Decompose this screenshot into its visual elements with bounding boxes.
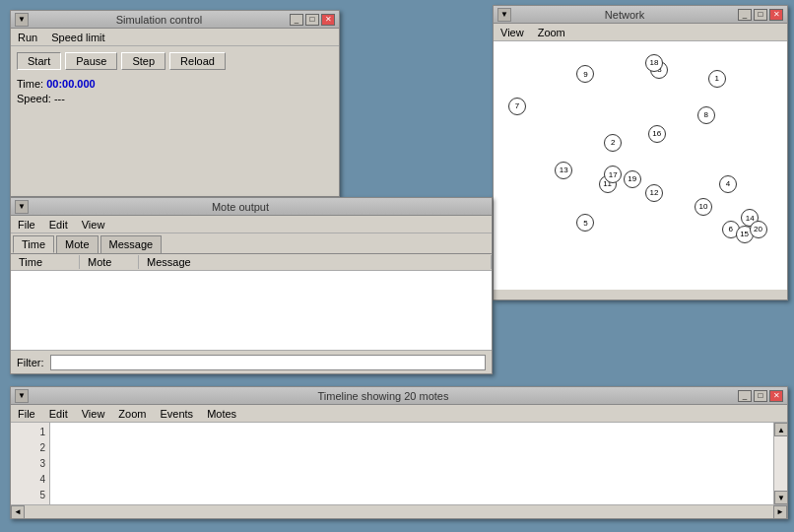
mote-output-window: ▼ Mote output File Edit View Time Mote M… [10,197,493,374]
sim-close-btn[interactable]: ✕ [321,14,335,26]
mote-node-18[interactable]: 18 [645,54,663,72]
mote-node-16[interactable]: 16 [648,125,666,143]
sim-title: Simulation control [29,14,290,26]
mote-node-20[interactable]: 20 [750,221,767,238]
tab-mote[interactable]: Mote [56,235,98,253]
network-collapse-btn[interactable]: ▼ [497,8,511,22]
tab-time[interactable]: Time [13,235,54,253]
sim-menu-bar: Run Speed limit [11,29,339,46]
network-title: Network [511,9,738,21]
sim-title-bar: ▼ Simulation control _ □ ✕ [11,11,339,29]
sim-menu-speedlimit[interactable]: Speed limit [48,31,107,44]
scroll-down-arrow[interactable]: ▼ [774,491,787,504]
timeline-close-btn[interactable]: ✕ [769,390,783,402]
mote-output-collapse-btn[interactable]: ▼ [15,200,29,214]
scroll-up-arrow[interactable]: ▲ [774,423,787,436]
scroll-left-arrow[interactable]: ◄ [11,505,25,519]
scroll-v-track[interactable] [774,436,787,491]
step-button[interactable]: Step [121,52,165,70]
network-menu-bar: View Zoom [494,24,787,41]
timeline-row-label-3: 3 [11,456,49,472]
network-maximize-btn[interactable]: □ [754,9,767,21]
mote-menu-file[interactable]: File [15,218,38,232]
time-value: 00:00.000 [46,78,96,90]
timeline-menu-events[interactable]: Events [157,407,196,421]
scroll-right-arrow[interactable]: ► [773,505,787,519]
timeline-row-label-2: 2 [11,440,49,456]
mote-node-5[interactable]: 5 [576,214,594,232]
timeline-scrollbar-h[interactable]: ◄ ► [11,504,787,518]
timeline-menu-file[interactable]: File [15,407,38,421]
mote-menu-view[interactable]: View [79,218,108,232]
network-menu-zoom[interactable]: Zoom [535,26,568,39]
sim-collapse-btn[interactable]: ▼ [15,13,29,27]
mote-node-10[interactable]: 10 [695,198,712,216]
col-message: Message [139,255,492,269]
timeline-row-labels: 12345 [11,423,50,504]
network-title-bar: ▼ Network _ □ ✕ [494,6,787,24]
timeline-minimize-btn[interactable]: _ [738,390,752,402]
tab-message[interactable]: Message [100,235,163,253]
mote-node-17[interactable]: 17 [604,166,622,183]
network-window: ▼ Network _ □ ✕ View Zoom 12345678910111… [493,5,788,300]
mote-table-body[interactable] [11,271,492,350]
filter-row: Filter: [11,350,492,373]
time-label: Time: [17,78,43,90]
speed-value: --- [54,93,65,104]
timeline-main[interactable] [50,423,773,504]
timeline-menu-view[interactable]: View [79,407,108,421]
mote-output-tab-bar: Time Mote Message [11,233,492,254]
mote-node-7[interactable]: 7 [508,98,526,115]
timeline-row-label-5: 5 [11,488,49,503]
mote-table-header: Time Mote Message [11,254,492,271]
mote-node-12[interactable]: 12 [645,184,663,202]
network-menu-view[interactable]: View [497,26,527,39]
mote-node-2[interactable]: 2 [604,134,622,152]
timeline-maximize-btn[interactable]: □ [754,390,767,402]
timeline-menu-edit[interactable]: Edit [46,407,71,421]
mote-output-menu-bar: File Edit View [11,216,492,233]
col-mote: Mote [80,255,139,269]
mote-node-19[interactable]: 19 [624,170,641,188]
filter-label: Filter: [17,357,44,368]
mote-node-4[interactable]: 4 [719,175,737,193]
col-time: Time [11,255,80,269]
timeline-row-label-1: 1 [11,425,49,440]
network-minimize-btn[interactable]: _ [738,9,752,21]
timeline-window: ▼ Timeline showing 20 motes _ □ ✕ File E… [10,386,788,519]
mote-output-title-bar: ▼ Mote output [11,198,492,216]
mote-node-9[interactable]: 9 [576,65,594,83]
timeline-title-bar: ▼ Timeline showing 20 motes _ □ ✕ [11,387,787,405]
mote-node-13[interactable]: 13 [555,162,572,179]
timeline-menu-zoom[interactable]: Zoom [115,407,149,421]
sim-menu-run[interactable]: Run [15,31,40,44]
sim-minimize-btn[interactable]: _ [290,14,303,26]
filter-input[interactable] [50,355,487,370]
timeline-collapse-btn[interactable]: ▼ [15,389,29,403]
mote-output-title: Mote output [29,201,452,213]
timeline-menu-motes[interactable]: Motes [204,407,239,421]
simulation-control-window: ▼ Simulation control _ □ ✕ Run Speed lim… [10,10,340,197]
reload-button[interactable]: Reload [169,52,226,70]
mote-node-8[interactable]: 8 [697,106,715,124]
start-button[interactable]: Start [17,52,61,70]
timeline-menu-bar: File Edit View Zoom Events Motes [11,405,787,423]
mote-menu-edit[interactable]: Edit [46,218,71,232]
pause-button[interactable]: Pause [65,52,117,70]
speed-label: Speed: [17,93,51,104]
timeline-title: Timeline showing 20 motes [29,390,738,402]
timeline-scrollbar-v[interactable]: ▲ ▼ [773,423,787,504]
network-canvas[interactable]: 1234567891011121314151617181920 [494,41,787,290]
mote-node-1[interactable]: 1 [708,70,726,88]
timeline-row-label-4: 4 [11,472,49,488]
network-close-btn[interactable]: ✕ [769,9,783,21]
sim-maximize-btn[interactable]: □ [305,14,319,26]
